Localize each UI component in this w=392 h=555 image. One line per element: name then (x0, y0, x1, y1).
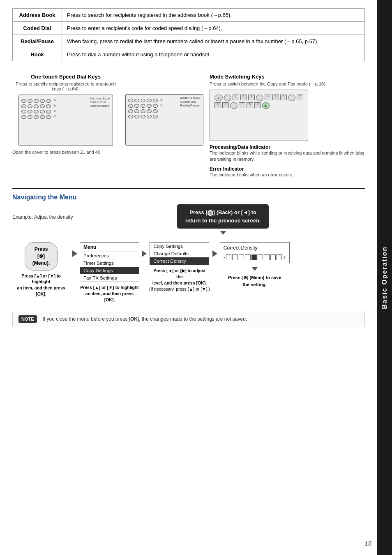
right-diagram-title: Mode Switching Keys (210, 74, 365, 80)
nav-example-row: Example: Adjust the density Press [] (Ba… (12, 204, 365, 236)
copy-settings-box: Copy Settings Change Defaults Correct De… (150, 242, 209, 265)
note-box: NOTE If you close the menu before you pr… (12, 311, 365, 327)
val-hook: Press to dial a number without using a t… (62, 48, 365, 61)
left-diagram-title: One-touch Speed Dial Keys (12, 74, 119, 80)
copy-item-change-defaults: Change Defaults (150, 250, 209, 257)
menu-item-timer: Timer Settings (80, 259, 139, 267)
seg-2 (232, 254, 238, 260)
flow-step-1: Press [⊗] (Menu). Press [▲] or [▼] to hi… (12, 242, 70, 297)
right-diagram-desc: Press to switch between the Copy and Fax… (210, 81, 365, 86)
seg-6 (258, 254, 263, 260)
flow-arrow-3 (212, 242, 217, 257)
correct-density-title: Correct Density (224, 245, 286, 251)
note-text: If you close the menu before you press [… (43, 315, 247, 323)
density-bar: - + (224, 254, 286, 260)
val-coded-dial: Press to enter a recipient's code for co… (62, 22, 365, 35)
press-menu-button[interactable]: Press [⊗] (Menu). (25, 242, 58, 270)
left-diagram-desc: Press to specify recipients registered t… (12, 81, 119, 91)
menu-box: Menu Preferences Timer Settings Copy Set… (80, 242, 139, 282)
seg-8 (270, 254, 276, 260)
arrow-down-1 (220, 231, 226, 235)
step1-caption: Press [▲] or [▼] to highlightan item, an… (12, 273, 70, 297)
val-redial-pause: When faxing, press to redial the last th… (62, 35, 365, 48)
table-row-redial-pause: Redial/Pause When faxing, press to redia… (13, 35, 365, 48)
nav-section: Navigating the Menu Example: Adjust the … (12, 188, 365, 327)
nav-example: Example: Adjust the density (12, 214, 73, 220)
device-diagram-section: One-touch Speed Dial Keys Press to speci… (12, 74, 365, 178)
save-flow: Press [⊗] (Menu) to savethe setting. (228, 266, 281, 288)
page-number: 15 (364, 540, 371, 547)
press-menu-icon: Press [⊗] (35, 246, 48, 259)
copy-item-copy-settings: Copy Settings (150, 243, 209, 250)
seg-1 (226, 254, 231, 260)
flow-col-copy: Copy Settings Change Defaults Correct De… (149, 242, 210, 291)
flow-arrow-1 (72, 242, 77, 257)
press-back-label-2: return to the previous screen. (185, 217, 261, 224)
density-plus: + (283, 254, 286, 260)
left-diagram: One-touch Speed Dial Keys Press to speci… (12, 74, 119, 178)
val-address-book: Press to search for recipients registere… (62, 9, 365, 22)
flow-col-menu: Menu Preferences Timer Settings Copy Set… (80, 242, 139, 303)
step3-sub-caption: (If necessary, press [▲] or [▼].) (149, 287, 210, 291)
processing-indicator: Processing/Data Indicator The indicator … (210, 144, 365, 163)
nav-title: Navigating the Menu (12, 194, 365, 201)
right-diagram: Mode Switching Keys Press to switch betw… (210, 74, 365, 178)
note-badge: NOTE (18, 315, 37, 323)
left-diagram-note: Open the cover to press between 21 and 4… (12, 149, 119, 155)
key-address-book: Address Book (13, 9, 62, 22)
press-back-area: Press [] (Back) or [◄] to return to the … (81, 204, 365, 236)
density-minus: - (224, 254, 225, 260)
center-diagram: Address BookCoded DialRedial/Pause ⊙ ⊙ (123, 74, 205, 178)
device-center: Address BookCoded DialRedial/Pause ⊙ ⊙ (125, 94, 203, 146)
key-redial-pause: Redial/Pause (13, 35, 62, 48)
device-left: Address BookCoded DialRedial/Pause ⊙ ⊙ ⊙ (18, 95, 113, 146)
side-tab-label: Basic Operation (381, 246, 388, 309)
step2-caption: Press [▲] or [▼] to highlightan item, an… (80, 284, 139, 303)
info-table: Address Book Press to search for recipie… (12, 8, 365, 61)
seg-5-filled (251, 254, 257, 260)
menu-item-copy-selected: Copy Settings (80, 267, 139, 274)
arrow-down-save (252, 267, 258, 271)
seg-9 (277, 254, 282, 260)
table-row-address-book: Address Book Press to search for recipie… (13, 9, 365, 22)
table-row-coded-dial: Coded Dial Press to enter a recipient's … (13, 22, 365, 35)
menu-box-title: Menu (80, 243, 139, 252)
error-indicator: Error Indicator The indicator blinks whe… (210, 166, 365, 178)
menu-item-fax: Fax TX Settings (80, 274, 139, 282)
device-right: ⊗ 1 2 3 4 5 6 7 8 9 * 0 # (210, 90, 308, 141)
table-row-hook: Hook Press to dial a number without usin… (13, 48, 365, 61)
seg-3 (239, 254, 244, 260)
flow-col-correct: Correct Density - + (220, 242, 290, 288)
key-hook: Hook (13, 48, 62, 61)
step4-caption: Press [⊗] (Menu) to savethe setting. (228, 274, 281, 288)
press-back-box: Press [] (Back) or [◄] to return to the … (177, 204, 269, 229)
step3-caption: Press [◄] or [▶] to adjust thelevel, and… (150, 268, 209, 286)
copy-item-correct-density: Correct Density (150, 257, 209, 265)
side-tab: Basic Operation (377, 0, 392, 555)
correct-density-box: Correct Density - + (220, 242, 290, 263)
press-back-label: Press [] (Back) or [◄] to (189, 209, 256, 215)
press-menu-label: (Menu). (32, 260, 50, 266)
flow-arrow-2 (142, 242, 147, 257)
seg-7 (264, 254, 269, 260)
flow-steps: Press [⊗] (Menu). Press [▲] or [▼] to hi… (12, 242, 365, 303)
seg-4 (245, 254, 250, 260)
key-coded-dial: Coded Dial (13, 22, 62, 35)
menu-item-preferences: Preferences (80, 252, 139, 259)
